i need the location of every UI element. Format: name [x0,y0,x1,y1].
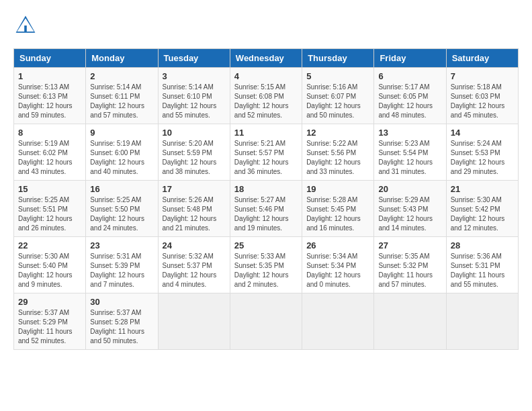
calendar-table: SundayMondayTuesdayWednesdayThursdayFrid… [13,48,519,350]
calendar-cell: 25Sunrise: 5:33 AM Sunset: 5:35 PM Dayli… [230,237,302,293]
day-number: 26 [306,240,369,250]
day-info: Sunrise: 5:24 AM Sunset: 5:53 PM Dayligh… [451,139,514,177]
calendar-cell: 4Sunrise: 5:15 AM Sunset: 6:08 PM Daylig… [230,68,302,124]
day-number: 21 [451,184,514,194]
day-number: 18 [234,184,298,194]
day-number: 5 [306,71,369,81]
day-info: Sunrise: 5:32 AM Sunset: 5:37 PM Dayligh… [163,252,226,289]
day-of-week-header: Thursday [302,49,374,68]
day-info: Sunrise: 5:29 AM Sunset: 5:43 PM Dayligh… [378,195,441,233]
day-number: 14 [451,128,514,138]
day-number: 15 [18,184,81,194]
calendar-week-row: 15Sunrise: 5:25 AM Sunset: 5:51 PM Dayli… [14,181,519,237]
day-info: Sunrise: 5:14 AM Sunset: 6:11 PM Dayligh… [90,83,153,120]
day-info: Sunrise: 5:30 AM Sunset: 5:40 PM Dayligh… [18,252,81,289]
day-of-week-header: Wednesday [230,49,302,68]
day-info: Sunrise: 5:20 AM Sunset: 5:59 PM Dayligh… [163,139,226,177]
calendar-cell: 16Sunrise: 5:25 AM Sunset: 5:50 PM Dayli… [86,181,158,237]
day-info: Sunrise: 5:31 AM Sunset: 5:39 PM Dayligh… [90,252,153,289]
day-number: 28 [451,240,514,250]
calendar-cell: 3Sunrise: 5:14 AM Sunset: 6:10 PM Daylig… [158,68,230,124]
day-info: Sunrise: 5:21 AM Sunset: 5:57 PM Dayligh… [234,139,298,177]
day-number: 29 [18,297,81,307]
day-info: Sunrise: 5:30 AM Sunset: 5:42 PM Dayligh… [451,195,514,233]
calendar-cell: 18Sunrise: 5:27 AM Sunset: 5:46 PM Dayli… [230,181,302,237]
day-number: 13 [378,128,441,138]
calendar-cell: 17Sunrise: 5:26 AM Sunset: 5:48 PM Dayli… [158,181,230,237]
calendar-cell: 13Sunrise: 5:23 AM Sunset: 5:54 PM Dayli… [374,124,446,181]
logo-icon [13,13,38,38]
day-info: Sunrise: 5:22 AM Sunset: 5:56 PM Dayligh… [306,139,369,177]
day-of-week-header: Tuesday [158,49,230,68]
calendar-cell: 1Sunrise: 5:13 AM Sunset: 6:13 PM Daylig… [14,68,86,124]
calendar-cell: 27Sunrise: 5:35 AM Sunset: 5:32 PM Dayli… [374,237,446,293]
day-number: 1 [18,71,81,81]
day-number: 9 [90,128,153,138]
day-info: Sunrise: 5:19 AM Sunset: 6:00 PM Dayligh… [90,139,153,177]
calendar-week-row: 29Sunrise: 5:37 AM Sunset: 5:29 PM Dayli… [14,293,519,350]
day-number: 17 [163,184,226,194]
day-info: Sunrise: 5:27 AM Sunset: 5:46 PM Dayligh… [234,195,298,233]
calendar-cell: 23Sunrise: 5:31 AM Sunset: 5:39 PM Dayli… [86,237,158,293]
day-info: Sunrise: 5:14 AM Sunset: 6:10 PM Dayligh… [163,83,226,120]
day-number: 24 [163,240,226,250]
calendar-cell: 19Sunrise: 5:28 AM Sunset: 5:45 PM Dayli… [302,181,374,237]
day-info: Sunrise: 5:17 AM Sunset: 6:05 PM Dayligh… [378,83,441,120]
day-info: Sunrise: 5:26 AM Sunset: 5:48 PM Dayligh… [163,195,226,233]
day-info: Sunrise: 5:16 AM Sunset: 6:07 PM Dayligh… [306,83,369,120]
day-number: 20 [378,184,441,194]
day-info: Sunrise: 5:36 AM Sunset: 5:31 PM Dayligh… [451,252,514,289]
day-number: 19 [306,184,369,194]
day-number: 3 [163,71,226,81]
calendar-cell: 30Sunrise: 5:37 AM Sunset: 5:28 PM Dayli… [86,293,158,350]
day-info: Sunrise: 5:25 AM Sunset: 5:50 PM Dayligh… [90,195,153,233]
calendar-cell: 9Sunrise: 5:19 AM Sunset: 6:00 PM Daylig… [86,124,158,181]
page-header [13,13,519,38]
day-number: 23 [90,240,153,250]
day-number: 10 [163,128,226,138]
calendar-cell: 24Sunrise: 5:32 AM Sunset: 5:37 PM Dayli… [158,237,230,293]
calendar-cell [374,293,446,350]
day-number: 7 [451,71,514,81]
calendar-cell: 6Sunrise: 5:17 AM Sunset: 6:05 PM Daylig… [374,68,446,124]
calendar-cell: 21Sunrise: 5:30 AM Sunset: 5:42 PM Dayli… [446,181,518,237]
day-info: Sunrise: 5:28 AM Sunset: 5:45 PM Dayligh… [306,195,369,233]
day-info: Sunrise: 5:35 AM Sunset: 5:32 PM Dayligh… [378,252,441,289]
calendar-cell [158,293,230,350]
day-of-week-header: Friday [374,49,446,68]
day-info: Sunrise: 5:25 AM Sunset: 5:51 PM Dayligh… [18,195,81,233]
day-of-week-header: Saturday [446,49,518,68]
calendar-cell: 14Sunrise: 5:24 AM Sunset: 5:53 PM Dayli… [446,124,518,181]
day-info: Sunrise: 5:37 AM Sunset: 5:28 PM Dayligh… [90,308,153,346]
calendar-cell: 7Sunrise: 5:18 AM Sunset: 6:03 PM Daylig… [446,68,518,124]
day-number: 6 [378,71,441,81]
day-info: Sunrise: 5:15 AM Sunset: 6:08 PM Dayligh… [234,83,298,120]
calendar-cell [230,293,302,350]
day-of-week-header: Monday [86,49,158,68]
day-number: 12 [306,128,369,138]
day-info: Sunrise: 5:19 AM Sunset: 6:02 PM Dayligh… [18,139,81,177]
calendar-cell [446,293,518,350]
day-number: 4 [234,71,298,81]
calendar-header-row: SundayMondayTuesdayWednesdayThursdayFrid… [14,49,519,68]
day-number: 8 [18,128,81,138]
calendar-cell: 2Sunrise: 5:14 AM Sunset: 6:11 PM Daylig… [86,68,158,124]
day-info: Sunrise: 5:33 AM Sunset: 5:35 PM Dayligh… [234,252,298,289]
day-info: Sunrise: 5:34 AM Sunset: 5:34 PM Dayligh… [306,252,369,289]
calendar-cell: 28Sunrise: 5:36 AM Sunset: 5:31 PM Dayli… [446,237,518,293]
calendar-cell: 8Sunrise: 5:19 AM Sunset: 6:02 PM Daylig… [14,124,86,181]
day-number: 22 [18,240,81,250]
calendar-cell: 15Sunrise: 5:25 AM Sunset: 5:51 PM Dayli… [14,181,86,237]
day-number: 11 [234,128,298,138]
day-of-week-header: Sunday [14,49,86,68]
day-info: Sunrise: 5:37 AM Sunset: 5:29 PM Dayligh… [18,308,81,346]
day-number: 2 [90,71,153,81]
calendar-cell [302,293,374,350]
calendar-cell: 26Sunrise: 5:34 AM Sunset: 5:34 PM Dayli… [302,237,374,293]
day-number: 27 [378,240,441,250]
calendar-week-row: 1Sunrise: 5:13 AM Sunset: 6:13 PM Daylig… [14,68,519,124]
calendar-cell: 10Sunrise: 5:20 AM Sunset: 5:59 PM Dayli… [158,124,230,181]
logo [13,13,42,38]
calendar-cell: 11Sunrise: 5:21 AM Sunset: 5:57 PM Dayli… [230,124,302,181]
calendar-cell: 22Sunrise: 5:30 AM Sunset: 5:40 PM Dayli… [14,237,86,293]
